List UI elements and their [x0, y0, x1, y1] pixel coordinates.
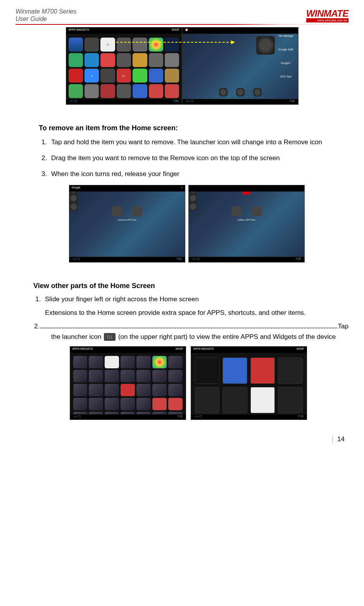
time-right: 7:04	[290, 100, 295, 104]
time-d: 7:15	[177, 415, 183, 419]
screenshot-home-screen: ⏰ File Manage Google Setti Google+ GPS T…	[182, 27, 298, 105]
shop-e: SHOP	[297, 347, 304, 352]
step2-number: 2.	[34, 323, 40, 330]
header-rule	[16, 24, 348, 25]
heading-view-other: View other parts of the Home Screen	[16, 282, 348, 290]
view-step-1-text: Slide your finger left or right across t…	[45, 295, 199, 303]
product-name: Winmate M700 Series	[16, 8, 76, 15]
remove-steps-list: Tap and hold the item you want to remove…	[39, 138, 337, 179]
google-label: Google	[72, 186, 81, 191]
logo-url: www.winmate.com.tw	[306, 18, 348, 22]
figure-remove-sequence: Google∷ Camera GPS Test ◁ ○ ▢7:04 Galler…	[16, 185, 348, 262]
remove-step-1: Tap and hold the item you want to remove…	[49, 138, 337, 147]
step2-dotted-line: 2. Tap	[16, 323, 348, 330]
step2-text-a: the launcher icon	[51, 333, 103, 340]
view-steps-list: Slide your finger left or right across t…	[16, 295, 348, 318]
time-e: 7:15	[298, 415, 304, 419]
screenshot-remove-red: Gallery GPS Test ◁ ○ ▢7:05	[188, 185, 305, 262]
screenshot-apps-drawer: APPS WIDGETS SHOP 31 g g+	[66, 27, 182, 105]
dotted-leader	[40, 323, 337, 328]
camera-icon	[256, 36, 275, 55]
logo-block: WINMATE www.winmate.com.tw	[306, 8, 348, 22]
screenshot-widgets-tab: APPS WIDGETSSHOP ◁ ○ ▢7:15	[191, 346, 307, 420]
step2-body: the launcher icon (on the upper right pa…	[16, 332, 348, 342]
label-gps-test: GPS Test	[278, 75, 293, 78]
step2-text-b: (on the upper right part) to view the en…	[118, 333, 336, 340]
tabs-left-d: APPS WIDGETS	[72, 347, 93, 352]
view-step-1: Slide your finger left or right across t…	[43, 295, 348, 318]
screenshot-apps-tab: APPS WIDGETSSHOP ◁ ○ ▢7:15	[70, 346, 186, 420]
figure-drag-to-home: APPS WIDGETS SHOP 31 g g+	[16, 27, 348, 105]
heading-remove-item: To remove an item from the Home screen:	[39, 124, 337, 132]
remove-step-3: When the icon turns red, release your fi…	[49, 169, 337, 179]
time-c2: 7:05	[296, 257, 301, 262]
logo-text: WINMATE	[306, 8, 348, 19]
icon-labels-c2: Gallery GPS Test	[189, 219, 304, 221]
icon-labels-c1: Camera GPS Test	[69, 219, 185, 221]
tabs-apps-widgets: APPS WIDGETS	[69, 28, 89, 33]
launcher-icon	[104, 333, 116, 341]
label-file-manager: File Manage	[278, 35, 293, 37]
label-google-plus: Google+	[278, 62, 293, 64]
shop-d: SHOP	[176, 347, 183, 352]
time-c1: 7:04	[176, 257, 182, 262]
figure-apps-widgets: APPS WIDGETSSHOP ◁ ○ ▢7:15 APPS WIDGETSS…	[16, 346, 348, 420]
header-text: Winmate M700 Series User Guide	[16, 8, 76, 22]
page-number-block: 14	[16, 435, 348, 444]
label-google-settings: Google Setti	[278, 48, 293, 51]
time-left: 7:03	[173, 100, 179, 104]
view-step-1-desc: Extensions to the Home screen provide ex…	[45, 308, 348, 318]
shop-link: SHOP	[172, 28, 179, 33]
yellow-arrow-icon	[116, 42, 233, 43]
page-number: 14	[337, 435, 345, 443]
remove-step-2: Drag the item you want to remove to the …	[49, 154, 337, 163]
tabs-left-e: APPS WIDGETS	[193, 347, 214, 352]
screenshot-remove-before: Google∷ Camera GPS Test ◁ ○ ▢7:04	[69, 185, 185, 262]
subtitle: User Guide	[16, 15, 76, 22]
step2-trail: Tap	[338, 323, 348, 330]
page-number-bar	[332, 436, 333, 444]
